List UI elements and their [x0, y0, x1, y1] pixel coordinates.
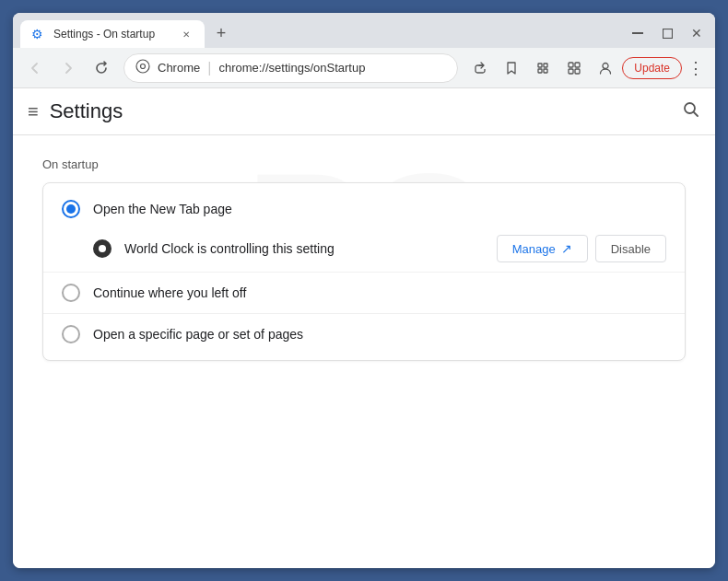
manage-label: Manage	[512, 242, 556, 256]
new-tab-button[interactable]: +	[208, 20, 234, 46]
svg-rect-9	[575, 63, 580, 67]
world-clock-sub-option: World Clock is controlling this setting …	[43, 227, 685, 270]
tab-favicon: ⚙	[31, 27, 46, 41]
divider-2	[43, 313, 685, 314]
svg-rect-7	[544, 69, 547, 73]
bookmark-button[interactable]	[497, 53, 526, 83]
extension-radio-indicator	[93, 239, 112, 258]
page-content: ≡ Settings PC RISK.COM On startup	[13, 88, 715, 568]
radio-new-tab-inner	[66, 204, 76, 214]
settings-search-button[interactable]	[682, 100, 700, 123]
toolbar-actions: Update ⋮	[465, 53, 708, 83]
url-display: chrome://settings/onStartup	[218, 61, 446, 75]
svg-point-2	[136, 60, 149, 73]
browser-window: ⚙ Settings - On startup ✕ + ✕	[13, 13, 715, 568]
settings-page-title: Settings	[50, 99, 123, 123]
option-continue[interactable]: Continue where you left off	[43, 274, 685, 311]
update-button[interactable]: Update	[622, 57, 682, 79]
svg-point-3	[141, 64, 146, 69]
profile-button[interactable]	[591, 53, 620, 83]
restore-button[interactable]	[656, 22, 678, 44]
chrome-menu-button[interactable]: ⋮	[684, 58, 708, 78]
option-new-tab-label: Open the New Tab page	[93, 202, 666, 216]
svg-rect-10	[569, 69, 573, 74]
window-controls: ✕	[627, 22, 708, 44]
divider-1	[43, 272, 685, 273]
settings-header-left: ≡ Settings	[28, 99, 123, 123]
external-link-icon: ↗	[561, 241, 572, 256]
close-button[interactable]: ✕	[686, 22, 708, 44]
svg-point-13	[685, 103, 695, 113]
section-label: On startup	[42, 157, 686, 171]
world-clock-label: World Clock is controlling this setting	[124, 241, 484, 256]
address-bar[interactable]: Chrome | chrome://settings/onStartup	[123, 53, 458, 83]
svg-rect-5	[544, 64, 547, 67]
address-separator: |	[207, 60, 211, 76]
disable-button[interactable]: Disable	[595, 235, 666, 262]
option-new-tab[interactable]: Open the New Tab page	[43, 191, 685, 227]
option-specific-page[interactable]: Open a specific page or set of pages	[43, 316, 685, 353]
toolbar: Chrome | chrome://settings/onStartup Upd…	[13, 48, 715, 88]
settings-header: ≡ Settings	[13, 88, 715, 135]
extensions-button[interactable]	[528, 53, 558, 83]
title-bar: ⚙ Settings - On startup ✕ + ✕	[13, 13, 715, 48]
world-clock-actions: Manage ↗ Disable	[497, 235, 666, 262]
radio-new-tab[interactable]	[62, 200, 80, 218]
back-button[interactable]	[20, 53, 50, 83]
security-icon	[135, 59, 150, 76]
tab-close-button[interactable]: ✕	[179, 27, 194, 41]
option-specific-page-label: Open a specific page or set of pages	[93, 327, 666, 342]
svg-rect-1	[663, 29, 672, 38]
minimize-button[interactable]	[627, 22, 649, 44]
svg-rect-0	[632, 32, 643, 34]
svg-rect-11	[575, 69, 580, 74]
option-continue-label: Continue where you left off	[93, 285, 666, 300]
hamburger-menu-icon[interactable]: ≡	[28, 101, 39, 122]
chrome-label: Chrome	[158, 61, 200, 75]
radio-continue[interactable]	[62, 284, 80, 302]
radio-specific-page[interactable]	[62, 325, 80, 343]
svg-point-12	[603, 63, 608, 68]
svg-rect-8	[569, 63, 573, 67]
forward-button[interactable]	[53, 53, 83, 83]
settings-body: PC RISK.COM On startup Open the New Tab …	[13, 135, 715, 383]
browser-menu-button[interactable]	[559, 53, 589, 83]
share-button[interactable]	[465, 53, 495, 83]
reload-button[interactable]	[87, 53, 116, 83]
svg-rect-6	[538, 69, 542, 73]
manage-button[interactable]: Manage ↗	[497, 235, 588, 262]
startup-options-card: Open the New Tab page World Clock is con…	[42, 182, 686, 361]
active-tab[interactable]: ⚙ Settings - On startup ✕	[20, 20, 205, 48]
tab-title: Settings - On startup	[53, 28, 171, 41]
svg-rect-4	[538, 64, 542, 67]
